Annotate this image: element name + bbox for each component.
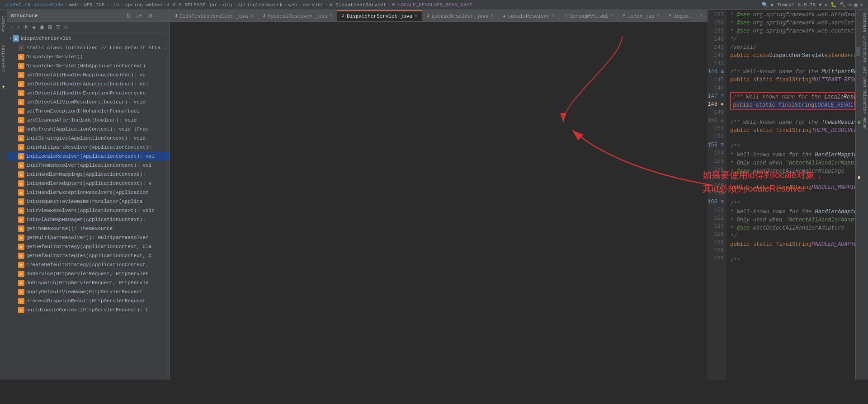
tab-close[interactable]: × — [610, 14, 613, 19]
tree-item-method-initexcresolvers[interactable]: m initHandlerExceptionResolvers(Applicat… — [7, 188, 170, 197]
layout-button[interactable]: ▦ — [854, 2, 858, 8]
sidebar-beanvalidation-label[interactable]: Bean Validation — [861, 75, 868, 116]
tree-item-label: buildLocaleContext(HttpServletRequest): … — [26, 307, 149, 313]
method-icon: m — [18, 162, 24, 169]
tree-item-method-detectexc[interactable]: m setDetectAllHandlerExceptionResolvers(… — [7, 89, 170, 98]
tree-item-method-cleanup[interactable]: m setCleanupAfterInclude(boolean): void — [7, 116, 170, 125]
breadcrumb-servlet[interactable]: servlet — [303, 2, 324, 8]
tab-close[interactable]: × — [552, 14, 555, 19]
tree-item-method-detectmappings[interactable]: m setDetectAllHandlerMappings(boolean): … — [7, 70, 170, 80]
tab-springmvc-xml[interactable]: X SpringMVC.xml × — [560, 10, 618, 21]
tree-item-method-initstrategies[interactable]: m initStrategies(ApplicationContext): vo… — [7, 134, 170, 143]
tree-item-method-initmultipart[interactable]: m initMultipartResolver(ApplicationConte… — [7, 143, 170, 152]
tree-item-method-inithandlermappings[interactable]: m initHandlerMappings(ApplicationContext… — [7, 170, 170, 179]
tab-close[interactable]: × — [700, 14, 703, 19]
sidebar-zstructure-label[interactable]: Z-Structure — [861, 34, 868, 64]
tree-root-item[interactable]: ▾ C DispatcherServlet — [7, 33, 170, 43]
tree-item-method-buildlocale[interactable]: m buildLocaleContext(HttpServletRequest)… — [7, 305, 170, 315]
run-button[interactable]: ▶ — [825, 2, 828, 8]
tree-item-method-initviewresolvers[interactable]: m initViewResolvers(ApplicationContext):… — [7, 206, 170, 215]
tab-mylocal[interactable]: J MyLocalResolver.java × — [258, 10, 337, 21]
tree-item-method-initrequest[interactable]: m initRequestToViewNameTranslator(Applic… — [7, 197, 170, 206]
breadcrumb-web[interactable]: web — [69, 2, 78, 8]
tree-item-method-initlocale[interactable]: m initLocaleResolver(ApplicationContext)… — [7, 152, 170, 161]
search-btn[interactable]: ⊹ — [62, 23, 70, 31]
scrollbar-marker-green — [858, 121, 860, 124]
breadcrumb-jar[interactable]: spring-webmvc-4.0.0.RELEASE.jar — [125, 2, 217, 8]
tree-item-method-inittheme[interactable]: m initThemeResolver(ApplicationContext):… — [7, 161, 170, 170]
tree-item-method-getdefstrategies[interactable]: m getDefaultStrategies(ApplicationContex… — [7, 251, 170, 260]
sidebar-favorites-label[interactable]: Z-Favorites — [0, 43, 7, 74]
tab-close[interactable]: × — [415, 14, 417, 19]
show-methods-btn[interactable]: ◉ — [38, 23, 46, 31]
breadcrumb-web[interactable]: web — [288, 2, 297, 8]
more-button[interactable]: ≡ — [860, 2, 863, 8]
tab-close[interactable]: × — [656, 14, 659, 19]
sort-type-btn[interactable]: ↕ — [15, 23, 21, 31]
java-icon: J — [342, 14, 344, 19]
show-fields-btn[interactable]: ◈ — [31, 23, 38, 31]
breadcrumb-lib[interactable]: lib — [110, 2, 119, 8]
editor-scrollbar[interactable] — [855, 10, 860, 380]
method-icon: m — [18, 90, 24, 96]
breadcrumb-springframework[interactable]: springframework — [238, 2, 283, 8]
breadcrumb-project[interactable]: ingMVC-06-sourceCode — [4, 2, 63, 8]
tree-item-method-applydefaultview[interactable]: m applyDefaultViewName(HttpServletReques… — [7, 287, 170, 296]
sidebar-star[interactable]: ★ — [1, 83, 5, 90]
method-icon: m — [18, 81, 24, 87]
tree-item-method-getmultipart[interactable]: m getMultipartResolver(): MultipartResol… — [7, 233, 170, 242]
sidebar-project-label[interactable]: Project — [0, 14, 7, 34]
debug-button[interactable]: 🐛 — [830, 2, 837, 8]
tree-item-method-detectadapters[interactable]: m setDetectAllHandlerAdapters(boolean): … — [7, 80, 170, 89]
tree-item-method-initflashmap[interactable]: m initFlashMapManager(ApplicationContext… — [7, 215, 170, 224]
structure-tree[interactable]: ▾ C DispatcherServlet s static class ini… — [7, 33, 170, 380]
breadcrumb-org[interactable]: org — [223, 2, 232, 8]
settings-button[interactable]: ⚙ — [849, 2, 852, 8]
tree-item-method-doservice[interactable]: m doService(HttpServletRequest, HttpServ… — [7, 269, 170, 278]
tree-item-method-detectview[interactable]: m setDetectAllViewResolvers(boolean): vo… — [7, 98, 170, 107]
tab-label: LocaleResolver.java — [432, 14, 488, 19]
sort-alpha-btn[interactable]: ↕ — [9, 23, 14, 31]
search-icon[interactable]: 🔍 — [762, 2, 768, 8]
tree-item-label: setCleanupAfterInclude(boolean): void — [26, 117, 137, 123]
method-icon: m — [18, 108, 24, 114]
method-icon: m — [18, 153, 24, 160]
tree-item-label: initViewResolvers(ApplicationContext): v… — [26, 208, 155, 213]
tree-item-method-onrefresh[interactable]: m onRefresh(ApplicationContext): void |F… — [7, 125, 170, 134]
filter-btn[interactable]: ▽ — [55, 23, 61, 31]
show-inherited-btn[interactable]: 👁 — [22, 23, 30, 31]
tree-item-method-processdispatch[interactable]: m processDispatchResult(HttpServletReque… — [7, 296, 170, 305]
tree-item-constructor2[interactable]: m DispatcherServlet(WebApplicationContex… — [7, 61, 170, 70]
sidebar-ant-label[interactable]: Ant — [861, 65, 868, 75]
sidebar-database-label[interactable]: Database — [861, 11, 868, 34]
tree-item-method-dodispatch[interactable]: m doDispatch(HttpServletRequest, HttpSer… — [7, 278, 170, 287]
tab-index-jsp[interactable]: P index.jsp × — [618, 10, 664, 21]
tree-item-constructor1[interactable]: m DispatcherServlet() — [7, 52, 170, 61]
tab-i18n[interactable]: J I18nTestController.java × — [170, 10, 258, 21]
tree-item-method-throwex[interactable]: m setThrowExceptionIfNoHandlerFound(bool — [7, 107, 170, 116]
tree-item-static[interactable]: s static class initializer // Load defau… — [7, 43, 170, 52]
structure-expand-btn[interactable]: ⇄ — [136, 12, 143, 19]
tab-localeresolver-java[interactable]: J LocaleResolver.java × — [422, 10, 498, 21]
breadcrumb-field[interactable]: ⚑ LOCALE_RESOLVER_BEAN_NAME — [392, 2, 472, 8]
tab-localeresolver[interactable]: ◈ LocaleResolver × — [499, 10, 560, 21]
structure-settings-btn[interactable]: ⚙ — [146, 12, 154, 19]
tree-item-method-createdefstrategy[interactable]: m createDefaultStrategy(ApplicationConte… — [7, 260, 170, 269]
tab-login-jsp[interactable]: P login... × — [664, 10, 708, 21]
tree-item-method-inithandleradapters[interactable]: m initHandlerAdapters(ApplicationContext… — [7, 179, 170, 188]
breadcrumb-webinf[interactable]: WEB-INF — [84, 2, 104, 8]
build-button[interactable]: 🔨 — [840, 2, 846, 8]
tab-close[interactable]: × — [330, 14, 332, 19]
tab-close[interactable]: × — [250, 14, 253, 19]
tab-label: MyLocalResolver.java — [268, 14, 327, 19]
expand-all-btn[interactable]: ⊞ — [47, 23, 54, 31]
structure-close-btn[interactable]: — — [158, 12, 166, 19]
breadcrumb-class[interactable]: ⚙ DispatcherServlet — [330, 2, 386, 8]
sidebar-maven-label[interactable]: Maven — [861, 116, 868, 132]
tree-item-method-getthemesource[interactable]: m getThemeSource(): ThemeSource — [7, 224, 170, 233]
tab-close[interactable]: × — [491, 14, 494, 19]
structure-collapse-btn[interactable]: ⇅ — [125, 12, 132, 19]
tree-item-method-getdefstrategy[interactable]: m getDefaultStrategy(ApplicationContext,… — [7, 242, 170, 251]
right-sidebar: Database Z-Structure Ant Bean Validation… — [860, 10, 868, 380]
tab-dispatcher[interactable]: J DispatcherServlet.java × — [337, 10, 422, 21]
